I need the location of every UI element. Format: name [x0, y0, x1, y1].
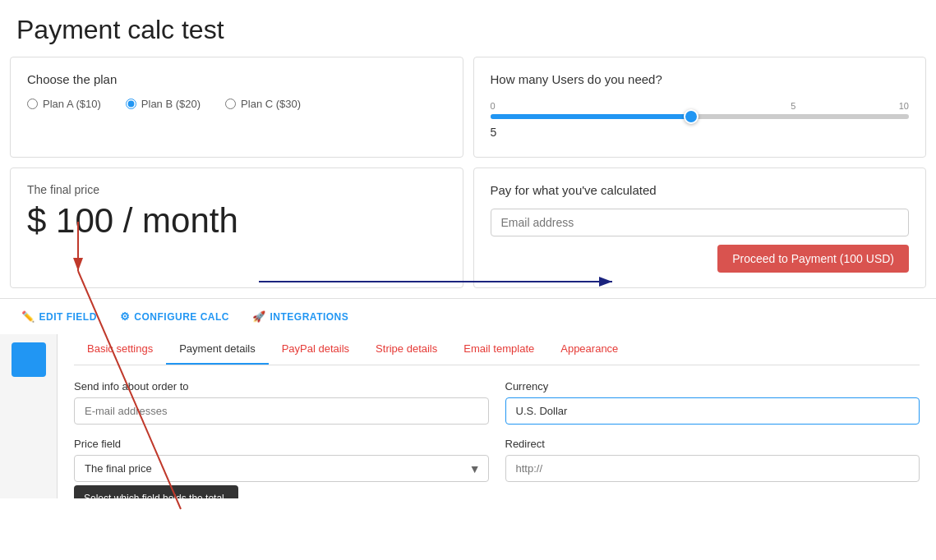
slider-min: 0 — [491, 101, 496, 111]
currency-label: Currency — [505, 380, 920, 392]
configure-calc-label: CONFIGURE CALC — [134, 311, 229, 323]
send-info-group: Send info about order to — [74, 380, 489, 425]
page-wrapper: Payment calc test Choose the plan Plan A… — [0, 0, 936, 498]
side-button[interactable] — [12, 342, 46, 377]
price-field-select-wrapper: The final price ▼ — [74, 455, 489, 482]
payment-card-heading: Pay for what you've calculated — [491, 183, 910, 197]
plan-c-radio[interactable] — [225, 99, 236, 109]
edit-field-label: EDIT FIELD — [39, 311, 97, 323]
plan-c-option[interactable]: Plan C ($30) — [225, 98, 301, 110]
price-field-label: Price field — [74, 438, 489, 450]
slider-mid: 5 — [791, 101, 795, 111]
tab-email-template[interactable]: Email template — [450, 334, 547, 365]
tab-payment-details[interactable]: Payment details — [166, 334, 269, 365]
slider-track[interactable] — [491, 114, 910, 119]
side-panel — [0, 334, 58, 498]
calc-row-1: Choose the plan Plan A ($10) Plan B ($20… — [10, 57, 926, 158]
slider-container: 0 5 10 5 — [491, 98, 910, 142]
tab-appearance[interactable]: Appearance — [547, 334, 631, 365]
redirect-group: Redirect — [505, 438, 920, 485]
slider-labels: 0 5 10 — [491, 101, 910, 111]
calc-row-2: The final price $ 100 / month Pay for wh… — [10, 168, 926, 288]
integrations-button[interactable]: 🚀 INTEGRATIONS — [241, 305, 360, 328]
plan-b-label: Plan B ($20) — [141, 98, 201, 110]
send-info-label: Send info about order to — [74, 380, 489, 392]
bottom-panel: Basic settings Payment details PayPal de… — [0, 334, 936, 498]
price-field-group: Price field The final price ▼ Select whi… — [74, 438, 489, 485]
proceed-button[interactable]: Proceed to Payment (100 USD) — [717, 245, 909, 273]
integrations-label: INTEGRATIONS — [270, 311, 349, 323]
final-price-card: The final price $ 100 / month — [10, 168, 463, 288]
edit-field-button[interactable]: ✏️ EDIT FIELD — [10, 305, 108, 328]
tab-paypal-details[interactable]: PayPal details — [269, 334, 362, 365]
plan-card-heading: Choose the plan — [27, 72, 446, 86]
currency-input[interactable] — [505, 397, 920, 425]
edit-icon: ✏️ — [21, 310, 35, 323]
final-price-amount: $ 100 / month — [27, 201, 446, 241]
slider-value: 5 — [491, 126, 910, 139]
users-card: How many Users do you need? 0 5 10 5 — [473, 57, 927, 158]
integrations-icon: 🚀 — [252, 310, 266, 323]
slider-thumb[interactable] — [684, 109, 699, 124]
main-panel: Basic settings Payment details PayPal de… — [58, 334, 936, 498]
calc-area: Choose the plan Plan A ($10) Plan B ($20… — [0, 57, 936, 288]
payment-email-input[interactable] — [491, 209, 910, 236]
currency-group: Currency — [505, 380, 920, 425]
gear-icon: ⚙ — [120, 310, 131, 323]
final-price-label: The final price — [27, 183, 446, 196]
plan-a-option[interactable]: Plan A ($10) — [27, 98, 101, 110]
send-info-input[interactable] — [74, 397, 489, 425]
configure-calc-button[interactable]: ⚙ CONFIGURE CALC — [108, 305, 241, 328]
redirect-input[interactable] — [505, 455, 920, 482]
tooltip-box: Select which field holds the total price… — [74, 485, 238, 498]
page-title: Payment calc test — [0, 0, 936, 57]
plan-card: Choose the plan Plan A ($10) Plan B ($20… — [10, 57, 463, 158]
users-card-heading: How many Users do you need? — [491, 72, 910, 86]
tab-stripe-details[interactable]: Stripe details — [362, 334, 450, 365]
plan-radio-group: Plan A ($10) Plan B ($20) Plan C ($30) — [27, 98, 446, 110]
redirect-label: Redirect — [505, 438, 920, 450]
plan-c-label: Plan C ($30) — [241, 98, 301, 110]
form-row-1: Send info about order to Currency — [74, 380, 920, 425]
plan-b-radio[interactable] — [126, 99, 136, 109]
tabs: Basic settings Payment details PayPal de… — [74, 334, 920, 365]
plan-a-label: Plan A ($10) — [43, 98, 101, 110]
tab-basic-settings[interactable]: Basic settings — [74, 334, 166, 365]
price-field-select[interactable]: The final price — [74, 455, 489, 482]
toolbar: ✏️ EDIT FIELD ⚙ CONFIGURE CALC 🚀 INTEGRA… — [0, 298, 936, 334]
slider-max: 10 — [899, 101, 909, 111]
form-row-2: Price field The final price ▼ Select whi… — [74, 438, 920, 485]
slider-fill — [491, 114, 692, 119]
plan-a-radio[interactable] — [27, 99, 38, 109]
payment-card: Pay for what you've calculated Proceed t… — [473, 168, 927, 288]
plan-b-option[interactable]: Plan B ($20) — [126, 98, 201, 110]
